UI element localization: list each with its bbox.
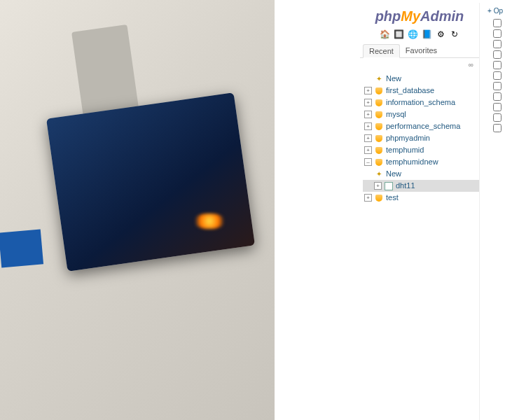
- tree-db-information_schema[interactable]: + information_schema: [363, 97, 479, 108]
- database-icon: [374, 193, 384, 203]
- expand-icon[interactable]: +: [364, 194, 372, 202]
- ethernet-connector: [71, 24, 139, 115]
- database-tree: New + first_database + information_schem…: [360, 71, 479, 205]
- database-icon: [374, 146, 384, 155]
- sql-icon[interactable]: 🌐: [407, 29, 418, 40]
- options-link[interactable]: + Op: [481, 6, 503, 19]
- spacer: [275, 0, 357, 420]
- expand-icon[interactable]: +: [364, 122, 372, 130]
- infinity-symbol[interactable]: ∞: [360, 58, 479, 71]
- tree-label: temphumid: [386, 145, 424, 155]
- row-checkbox[interactable]: [493, 82, 501, 90]
- phpmyadmin-panel: phpMyAdmin 🏠 🔲 🌐 📘 ⚙ ↻ Recent Favorites …: [357, 0, 505, 420]
- nav-tabs: Recent Favorites: [360, 44, 479, 58]
- tree-label: New: [386, 74, 401, 84]
- database-icon: [374, 110, 384, 120]
- pma-navigation: phpMyAdmin 🏠 🔲 🌐 📘 ⚙ ↻ Recent Favorites …: [360, 3, 479, 420]
- checkbox-column: [481, 19, 503, 132]
- home-icon[interactable]: 🏠: [379, 29, 390, 40]
- docs-icon[interactable]: 📘: [421, 29, 432, 40]
- new-icon: [374, 169, 384, 179]
- logout-icon[interactable]: 🔲: [393, 29, 404, 40]
- tree-label: mysql: [386, 109, 406, 120]
- expand-icon[interactable]: +: [364, 134, 372, 142]
- expand-icon[interactable]: +: [364, 99, 372, 106]
- row-checkbox[interactable]: [493, 113, 501, 122]
- right-strip: + Op: [479, 3, 504, 420]
- tree-label: New: [386, 169, 401, 179]
- arduino-board: [46, 92, 255, 271]
- toolbar: 🏠 🔲 🌐 📘 ⚙ ↻: [360, 27, 479, 44]
- database-icon: [374, 122, 384, 132]
- expand-icon[interactable]: +: [364, 87, 372, 94]
- board-led-glow: [193, 214, 226, 229]
- tree-label: test: [386, 192, 399, 203]
- tree-db-performance_schema[interactable]: + performance_schema: [363, 120, 479, 132]
- logo-php: php: [375, 8, 401, 24]
- tree-db-first_database[interactable]: + first_database: [363, 85, 479, 97]
- tree-new-table[interactable]: New: [363, 168, 479, 180]
- tree-db-mysql[interactable]: + mysql: [363, 108, 479, 120]
- row-checkbox[interactable]: [493, 124, 501, 132]
- logo-my: My: [401, 8, 420, 24]
- pma-logo: phpMyAdmin: [360, 3, 479, 27]
- expand-icon[interactable]: +: [374, 182, 382, 190]
- settings-icon[interactable]: ⚙: [435, 29, 446, 40]
- database-icon: [374, 134, 384, 144]
- tree-label: first_database: [386, 85, 434, 96]
- row-checkbox[interactable]: [493, 19, 501, 27]
- row-checkbox[interactable]: [493, 40, 501, 48]
- tree-db-temphumidnew[interactable]: – temphumidnew: [363, 156, 479, 168]
- tree-db-temphumid[interactable]: + temphumid: [363, 144, 479, 156]
- collapse-icon[interactable]: –: [364, 158, 372, 166]
- tree-label: information_schema: [386, 97, 455, 108]
- reload-icon[interactable]: ↻: [449, 29, 460, 40]
- tree-label: temphumidnew: [386, 157, 438, 167]
- database-icon: [374, 86, 384, 96]
- tree-new-db[interactable]: New: [363, 73, 479, 85]
- new-icon: [374, 74, 384, 84]
- arduino-photo: [0, 0, 275, 420]
- database-icon: [374, 158, 384, 167]
- row-checkbox[interactable]: [493, 61, 501, 69]
- tree-db-test[interactable]: + test: [363, 192, 479, 204]
- tree-db-phpmyadmin[interactable]: + phpmyadmin: [363, 132, 479, 144]
- table-icon: [384, 181, 394, 191]
- tree-label: performance_schema: [386, 121, 460, 132]
- tab-favorites[interactable]: Favorites: [400, 44, 443, 57]
- tree-label: phpmyadmin: [386, 133, 430, 144]
- expand-icon[interactable]: +: [364, 111, 372, 118]
- row-checkbox[interactable]: [493, 50, 501, 59]
- row-checkbox[interactable]: [493, 92, 501, 101]
- row-checkbox[interactable]: [493, 71, 501, 80]
- tab-recent[interactable]: Recent: [363, 44, 400, 58]
- expand-icon[interactable]: +: [364, 146, 372, 154]
- database-icon: [374, 98, 384, 108]
- tree-table-dht11[interactable]: + dht11: [363, 180, 479, 192]
- tree-label: dht11: [396, 181, 415, 191]
- logo-admin: Admin: [420, 8, 464, 24]
- dht11-sensor: [0, 229, 43, 267]
- row-checkbox[interactable]: [493, 29, 501, 38]
- row-checkbox[interactable]: [493, 103, 501, 111]
